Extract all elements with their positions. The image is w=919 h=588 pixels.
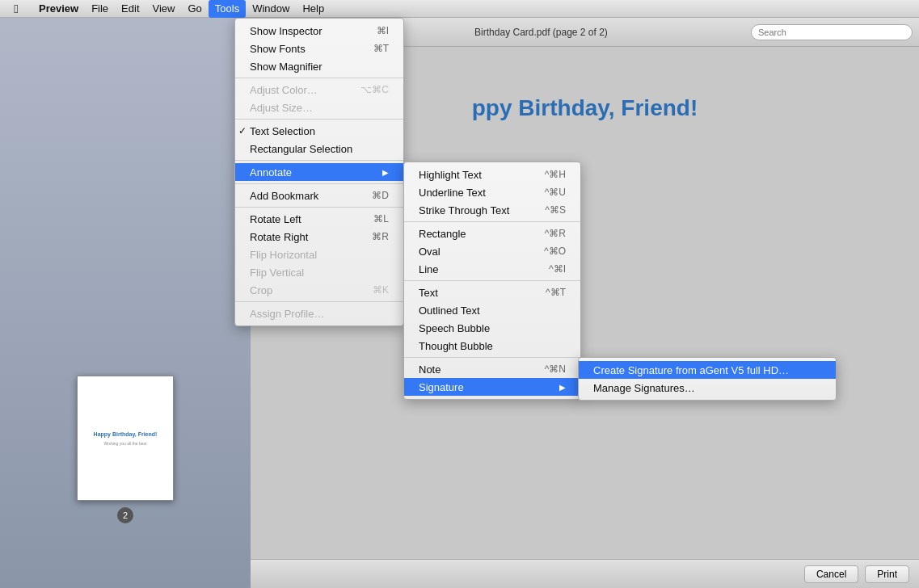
- menu-separator: [235, 183, 403, 184]
- menu-flip-vertical: Flip Vertical: [235, 263, 403, 281]
- page-thumbnail[interactable]: Happy Birthday, Friend! Wishing you all …: [77, 376, 174, 501]
- menu-separator: [404, 221, 580, 222]
- birthday-heading: ppy Birthday, Friend!: [472, 95, 698, 121]
- document-content: ppy Birthday, Friend!: [424, 63, 747, 153]
- menu-separator: [404, 357, 580, 358]
- submenu-arrow-icon: ▶: [382, 168, 389, 177]
- menu-adjust-color: Adjust Color… ⌥⌘C: [235, 81, 403, 99]
- menu-highlight-text[interactable]: Highlight Text ^⌘H: [404, 166, 580, 183]
- menu-rotate-right[interactable]: Rotate Right ⌘R: [235, 228, 403, 246]
- annotate-submenu[interactable]: Highlight Text ^⌘H Underline Text ^⌘U St…: [403, 162, 581, 400]
- menu-manage-signatures[interactable]: Manage Signatures…: [579, 379, 836, 397]
- menu-speech-bubble[interactable]: Speech Bubble: [404, 319, 580, 337]
- menu-rectangular-selection[interactable]: Rectangular Selection: [235, 140, 403, 158]
- menu-strikethrough-text[interactable]: Strike Through Text ^⌘S: [404, 201, 580, 219]
- menu-note[interactable]: Note ^⌘N: [404, 360, 580, 378]
- bottom-bar: Cancel Print: [251, 559, 919, 588]
- menu-line[interactable]: Line ^⌘I: [404, 260, 580, 278]
- menubar-item-edit[interactable]: Edit: [115, 0, 145, 18]
- menubar-item-view[interactable]: View: [146, 0, 182, 18]
- menu-add-bookmark[interactable]: Add Bookmark ⌘D: [235, 187, 403, 204]
- thumbnail-title: Happy Birthday, Friend!: [94, 430, 158, 439]
- menubar-item-file[interactable]: File: [85, 0, 115, 18]
- menu-rotate-left[interactable]: Rotate Left ⌘L: [235, 210, 403, 228]
- menu-separator: [235, 78, 403, 78]
- menubar:  Preview File Edit View Go Tools Window…: [0, 0, 919, 18]
- menu-text-selection[interactable]: ✓ Text Selection: [235, 122, 403, 140]
- menu-assign-profile: Assign Profile…: [235, 304, 403, 322]
- cancel-button[interactable]: Cancel: [804, 565, 858, 583]
- search-input[interactable]: [751, 24, 913, 40]
- menu-show-fonts[interactable]: Show Fonts ⌘T: [235, 40, 403, 57]
- menu-text[interactable]: Text ^⌘T: [404, 284, 580, 301]
- tools-menu[interactable]: Show Inspector ⌘I Show Fonts ⌘T Show Mag…: [234, 18, 404, 326]
- apple-icon: : [14, 2, 18, 15]
- menubar-item-help[interactable]: Help: [296, 0, 331, 18]
- menubar-item-window[interactable]: Window: [246, 0, 296, 18]
- menu-crop: Crop ⌘K: [235, 281, 403, 299]
- menu-rectangle[interactable]: Rectangle ^⌘R: [404, 225, 580, 242]
- menu-show-inspector[interactable]: Show Inspector ⌘I: [235, 22, 403, 40]
- menu-annotate[interactable]: Annotate ▶: [235, 163, 403, 181]
- menu-adjust-size: Adjust Size…: [235, 99, 403, 116]
- submenu-arrow-icon: ▶: [559, 383, 566, 392]
- menu-separator: [235, 119, 403, 120]
- apple-menu[interactable]: : [0, 2, 32, 15]
- menu-flip-horizontal: Flip Horizontal: [235, 246, 403, 263]
- menu-oval[interactable]: Oval ^⌘O: [404, 242, 580, 260]
- menu-create-signature[interactable]: Create Signature from aGent V5 full HD…: [579, 361, 836, 379]
- menubar-item-tools[interactable]: Tools: [209, 0, 246, 18]
- menu-underline-text[interactable]: Underline Text ^⌘U: [404, 183, 580, 201]
- sidebar: Happy Birthday, Friend! Wishing you all …: [0, 18, 251, 588]
- menubar-item-preview[interactable]: Preview: [32, 0, 85, 18]
- print-button[interactable]: Print: [865, 565, 909, 583]
- page-badge: 2: [117, 507, 133, 523]
- menubar-item-go[interactable]: Go: [181, 0, 208, 18]
- thumbnail-subtitle: Wishing you all the best: [104, 441, 147, 446]
- menu-separator: [404, 280, 580, 281]
- menu-thought-bubble[interactable]: Thought Bubble: [404, 337, 580, 355]
- menu-outlined-text[interactable]: Outlined Text: [404, 301, 580, 319]
- signature-submenu[interactable]: Create Signature from aGent V5 full HD… …: [578, 357, 837, 401]
- menu-separator: [235, 207, 403, 208]
- menu-separator: [235, 301, 403, 302]
- menu-show-magnifier[interactable]: Show Magnifier: [235, 57, 403, 75]
- menu-separator: [235, 160, 403, 161]
- menu-signature[interactable]: Signature ▶: [404, 378, 580, 396]
